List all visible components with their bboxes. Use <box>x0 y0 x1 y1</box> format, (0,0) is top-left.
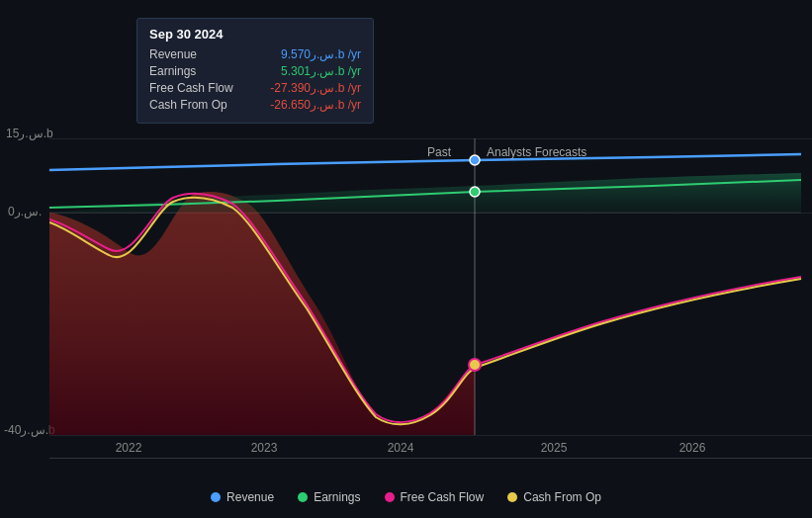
revenue-line <box>49 154 801 170</box>
legend-fcf-dot <box>385 492 395 502</box>
tooltip-cashop-label: Cash From Op <box>149 98 227 112</box>
legend-fcf[interactable]: Free Cash Flow <box>385 490 485 504</box>
x-label-2023: 2023 <box>251 441 278 455</box>
tooltip-earnings-label: Earnings <box>149 64 196 78</box>
legend-earnings-label: Earnings <box>314 490 360 504</box>
forecasts-label: Analysts Forecasts <box>487 145 586 159</box>
tooltip-cashop-value: -26.650س.ر.b /yr <box>270 98 361 112</box>
legend-revenue-label: Revenue <box>226 490 274 504</box>
tooltip-revenue-value: 9.570س.ر.b /yr <box>281 47 361 61</box>
tooltip-date: Sep 30 2024 <box>149 27 361 42</box>
legend-cashop-dot <box>507 492 517 502</box>
tooltip: Sep 30 2024 Revenue 9.570س.ر.b /yr Earni… <box>136 18 374 124</box>
tooltip-fcf-value: -27.390س.ر.b /yr <box>270 81 361 95</box>
x-label-2026: 2026 <box>679 441 706 455</box>
x-label-2024: 2024 <box>388 441 414 455</box>
legend-fcf-label: Free Cash Flow <box>401 490 485 504</box>
legend-earnings-dot <box>298 492 308 502</box>
tooltip-earnings-row: Earnings 5.301س.ر.b /yr <box>149 64 361 78</box>
legend-earnings[interactable]: Earnings <box>298 490 360 504</box>
fcf-cashop-dot <box>469 359 481 371</box>
legend-cashop[interactable]: Cash From Op <box>507 490 601 504</box>
tooltip-revenue-row: Revenue 9.570س.ر.b /yr <box>149 47 361 61</box>
tooltip-earnings-value: 5.301س.ر.b /yr <box>281 64 361 78</box>
legend-revenue[interactable]: Revenue <box>211 490 274 504</box>
legend-revenue-dot <box>211 492 221 502</box>
tooltip-fcf-label: Free Cash Flow <box>149 81 233 95</box>
x-label-2022: 2022 <box>116 441 142 455</box>
legend: Revenue Earnings Free Cash Flow Cash Fro… <box>0 490 812 504</box>
legend-cashop-label: Cash From Op <box>523 490 601 504</box>
past-label: Past <box>427 145 452 159</box>
tooltip-revenue-label: Revenue <box>149 47 197 61</box>
revenue-dot <box>470 155 480 165</box>
x-label-2025: 2025 <box>541 441 568 455</box>
earnings-dot <box>470 187 480 197</box>
chart-svg: Past Analysts Forecasts 2022 2023 2024 2… <box>0 0 812 455</box>
tooltip-fcf-row: Free Cash Flow -27.390س.ر.b /yr <box>149 81 361 95</box>
tooltip-cashop-row: Cash From Op -26.650س.ر.b /yr <box>149 98 361 112</box>
bottom-border <box>49 458 812 459</box>
chart-container: Sep 30 2024 Revenue 9.570س.ر.b /yr Earni… <box>0 0 812 518</box>
neg-area-fill <box>49 192 475 435</box>
